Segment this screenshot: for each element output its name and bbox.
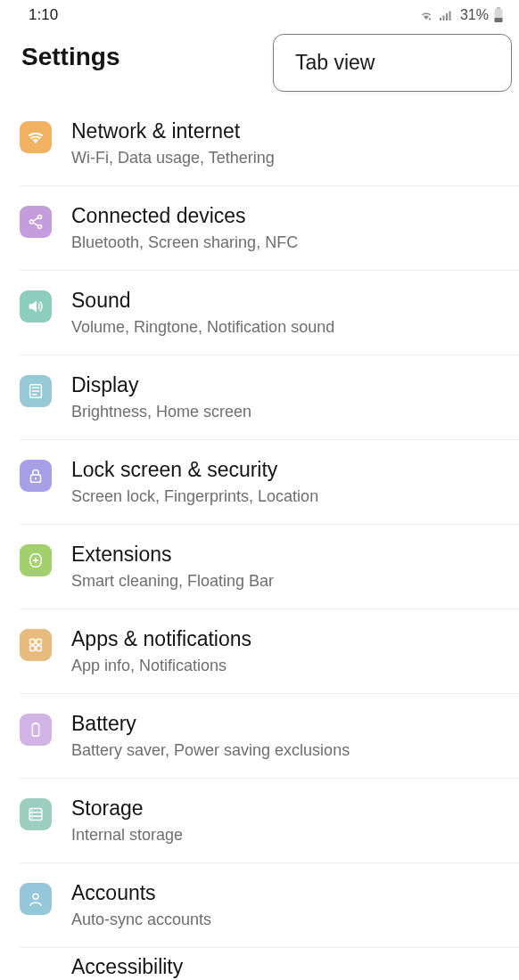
item-accounts[interactable]: Accounts Auto-sync accounts (0, 863, 519, 947)
status-right: 31% (419, 7, 503, 23)
svg-rect-15 (30, 646, 36, 651)
item-subtitle: Wi-Fi, Data usage, Tethering (71, 149, 505, 167)
signal-icon (439, 9, 453, 21)
item-title: Lock screen & security (71, 458, 505, 482)
wifi-icon (419, 9, 433, 21)
item-title: Accounts (71, 881, 505, 905)
settings-list: Network & internet Wi-Fi, Data usage, Te… (0, 102, 519, 979)
svg-rect-4 (497, 7, 500, 9)
apps-grid-icon (20, 629, 52, 661)
item-subtitle: Auto-sync accounts (71, 911, 505, 929)
svg-rect-6 (495, 18, 503, 22)
item-storage[interactable]: Storage Internal storage (0, 779, 519, 862)
svg-point-22 (31, 818, 32, 819)
item-title: Display (71, 373, 505, 397)
item-texts: Apps & notifications App info, Notificat… (71, 627, 505, 675)
item-title: Connected devices (71, 204, 505, 228)
svg-rect-13 (30, 640, 36, 645)
status-bar: 1:10 31% (0, 0, 519, 30)
item-title: Network & internet (71, 119, 505, 143)
svg-point-12 (35, 478, 37, 479)
item-connected-devices[interactable]: Connected devices Bluetooth, Screen shar… (0, 186, 519, 270)
item-subtitle: Screen lock, Fingerprints, Location (71, 487, 505, 506)
item-texts: Battery Battery saver, Power saving excl… (71, 712, 505, 760)
item-texts: Extensions Smart cleaning, Floating Bar (71, 543, 505, 591)
item-title: Extensions (71, 543, 505, 567)
item-title: Storage (71, 796, 505, 821)
item-apps-notifications[interactable]: Apps & notifications App info, Notificat… (0, 609, 519, 693)
svg-rect-2 (446, 13, 448, 20)
speaker-icon (20, 290, 52, 323)
account-icon (20, 883, 52, 915)
item-texts: Storage Internal storage (71, 796, 505, 845)
svg-point-8 (29, 220, 33, 224)
status-time: 1:10 (29, 6, 58, 24)
item-battery[interactable]: Battery Battery saver, Power saving excl… (0, 694, 519, 778)
svg-point-20 (31, 810, 32, 811)
item-subtitle: Smart cleaning, Floating Bar (71, 572, 505, 591)
item-subtitle: Brightness, Home screen (71, 403, 505, 421)
item-title: Battery (71, 712, 505, 736)
svg-rect-3 (449, 12, 450, 21)
svg-point-7 (38, 215, 42, 218)
item-texts: Connected devices Bluetooth, Screen shar… (71, 204, 505, 252)
battery-percent: 31% (460, 7, 489, 23)
header: Settings Tab view (0, 30, 519, 84)
svg-rect-17 (32, 724, 38, 737)
storage-icon (20, 798, 52, 830)
item-title: Sound (71, 289, 505, 313)
battery-icon (494, 7, 503, 23)
tab-view-button[interactable]: Tab view (273, 34, 512, 92)
svg-point-21 (31, 813, 32, 814)
svg-rect-0 (440, 18, 441, 20)
item-network-internet[interactable]: Network & internet Wi-Fi, Data usage, Te… (0, 102, 519, 185)
item-texts: Accounts Auto-sync accounts (71, 881, 505, 929)
svg-rect-14 (37, 640, 41, 645)
lock-icon (20, 460, 52, 492)
item-subtitle: Volume, Ringtone, Notification sound (71, 318, 505, 337)
item-subtitle: Bluetooth, Screen sharing, NFC (71, 233, 505, 252)
svg-rect-1 (442, 16, 444, 21)
item-texts: Sound Volume, Ringtone, Notification sou… (71, 289, 505, 337)
item-texts: Display Brightness, Home screen (71, 373, 505, 421)
item-subtitle: Internal storage (71, 826, 505, 845)
share-icon (20, 206, 52, 238)
item-title: Apps & notifications (71, 627, 505, 651)
item-extensions[interactable]: Extensions Smart cleaning, Floating Bar (0, 525, 519, 608)
item-texts: Network & internet Wi-Fi, Data usage, Te… (71, 119, 505, 167)
svg-point-23 (33, 894, 38, 899)
page-title: Settings (21, 43, 119, 71)
battery-icon (20, 714, 52, 746)
item-accessibility-partial[interactable]: Accessibility (0, 948, 519, 979)
item-subtitle: App info, Notifications (71, 657, 505, 675)
svg-rect-18 (34, 723, 37, 724)
item-sound[interactable]: Sound Volume, Ringtone, Notification sou… (0, 271, 519, 355)
item-subtitle: Battery saver, Power saving exclusions (71, 741, 505, 760)
wifi-icon (20, 121, 52, 153)
svg-rect-16 (37, 646, 41, 651)
item-display[interactable]: Display Brightness, Home screen (0, 355, 519, 439)
extension-icon (20, 544, 52, 576)
svg-point-9 (38, 225, 42, 228)
item-lock-security[interactable]: Lock screen & security Screen lock, Fing… (0, 440, 519, 524)
display-icon (20, 375, 52, 407)
item-texts: Lock screen & security Screen lock, Fing… (71, 458, 505, 506)
